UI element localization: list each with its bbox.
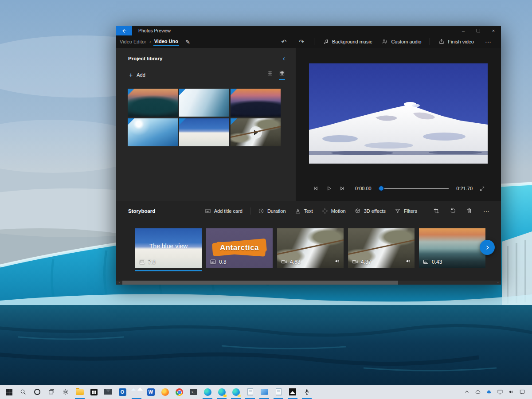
add-title-card-button[interactable]: Add title card	[201, 206, 246, 216]
clip-waterfall-1[interactable]: 4.63	[277, 228, 344, 268]
scroll-left-arrow[interactable]: ‹	[116, 281, 122, 285]
small-grid-view-button[interactable]	[279, 70, 285, 80]
background-music-button[interactable]: Background music	[319, 37, 376, 47]
redo-button[interactable]: ↷	[293, 36, 309, 47]
back-button[interactable]	[116, 26, 132, 35]
back-arrow-icon	[121, 28, 127, 34]
minimize-icon: –	[462, 28, 465, 33]
large-grid-view-button[interactable]	[267, 70, 273, 80]
text-button[interactable]: Text	[291, 206, 317, 216]
storyboard-scrollbar[interactable]: ‹ ›	[116, 281, 501, 285]
taskbar-file-explorer[interactable]	[73, 385, 87, 399]
close-button[interactable]: ×	[486, 26, 501, 35]
taskbar-cortana-button[interactable]	[30, 385, 44, 399]
taskbar-search-button[interactable]	[16, 385, 30, 399]
3d-effects-button[interactable]: 3D effects	[351, 206, 390, 216]
seek-thumb[interactable]	[378, 185, 384, 192]
video-preview-frame[interactable]	[309, 63, 488, 164]
previous-frame-button[interactable]	[309, 185, 322, 192]
finish-video-button[interactable]: Finish video	[434, 37, 478, 47]
mail-icon	[104, 389, 112, 395]
person-audio-icon	[382, 39, 388, 45]
text-label: Text	[304, 208, 313, 214]
taskbar-voice-recorder[interactable]	[300, 385, 314, 399]
minimize-button[interactable]: –	[456, 26, 471, 35]
rename-project-icon[interactable]: ✎	[185, 39, 190, 45]
more-options-button[interactable]: ···	[480, 36, 497, 47]
filters-button[interactable]: Filters	[391, 206, 421, 216]
taskbar-mail[interactable]	[101, 385, 115, 399]
motion-button[interactable]: Motion	[318, 206, 350, 216]
library-item-blue-iceberg[interactable]	[128, 118, 178, 146]
task-view-icon	[48, 388, 55, 395]
clock-icon	[258, 208, 264, 214]
clip-the-blue-view[interactable]: The blue view 7.0	[135, 228, 202, 268]
added-corner-icon	[128, 118, 134, 125]
added-corner-icon	[231, 118, 237, 125]
seek-slider[interactable]	[378, 185, 449, 192]
photos-app-window: Photos Preview – × Video Editor › Video …	[116, 26, 501, 285]
task-view-button[interactable]	[44, 385, 59, 399]
library-item-iceberg-wall[interactable]	[179, 89, 229, 117]
taskbar-movies-tv[interactable]	[257, 385, 271, 399]
library-item-snowy-mountain[interactable]	[179, 118, 229, 146]
tray-expand-button[interactable]	[461, 385, 472, 399]
taskbar-firefox[interactable]	[158, 385, 172, 399]
play-button[interactable]	[322, 185, 336, 192]
taskbar-word[interactable]: W	[144, 385, 158, 399]
tray-volume[interactable]	[505, 385, 516, 399]
collapse-library-icon[interactable]: ‹	[283, 56, 285, 61]
clip-iceberg-reflection[interactable]: 0.43	[419, 228, 485, 268]
current-time: 0:00.00	[355, 186, 374, 191]
taskbar-settings-button[interactable]	[59, 385, 73, 399]
trash-icon	[466, 207, 473, 214]
taskbar-edge[interactable]	[200, 385, 215, 399]
taskbar-chrome[interactable]	[172, 385, 186, 399]
storyboard-more-button[interactable]: ···	[478, 206, 495, 216]
play-icon	[326, 185, 332, 192]
library-item-iceberg-sunset-purple[interactable]	[231, 89, 281, 117]
scroll-clips-next-button[interactable]	[480, 240, 495, 255]
taskbar-photos-app[interactable]	[129, 385, 144, 399]
undo-button[interactable]: ↶	[276, 36, 292, 47]
duration-button[interactable]: Duration	[254, 206, 290, 216]
next-frame-button[interactable]	[336, 185, 349, 192]
crop-button[interactable]	[429, 206, 444, 217]
rotate-button[interactable]	[445, 206, 461, 217]
delete-button[interactable]	[462, 206, 477, 217]
taskbar-microsoft-store[interactable]	[87, 385, 101, 399]
search-icon	[20, 388, 27, 395]
taskbar-edge-beta[interactable]	[215, 385, 229, 399]
clip-waterfall-2[interactable]: 4.37	[348, 228, 415, 268]
tray-display[interactable]	[494, 385, 505, 399]
scroll-right-arrow[interactable]: ›	[495, 281, 501, 285]
action-center-button[interactable]	[516, 385, 528, 399]
library-item-waterfall-video[interactable]	[231, 118, 281, 146]
clip-duration: 4.37	[361, 259, 371, 265]
breadcrumb-project-name[interactable]: Video Uno	[154, 39, 178, 45]
tray-onedrive-work[interactable]	[483, 385, 494, 399]
taskbar-terminal[interactable]: >_	[186, 385, 200, 399]
custom-audio-label: Custom audio	[391, 39, 421, 44]
storyboard-toolbar: Add title card Duration Text Motion	[201, 206, 495, 217]
taskbar-edge-canary[interactable]	[229, 385, 243, 399]
outlook-icon: O	[119, 388, 126, 396]
scrollbar-track[interactable]	[122, 281, 495, 285]
preview-mountain-frame-art	[309, 63, 488, 164]
fullscreen-button[interactable]	[476, 186, 488, 192]
taskbar-outlook[interactable]: O	[115, 385, 129, 399]
storyboard-section: Storyboard Add title card Duration Text	[116, 201, 501, 281]
breadcrumb-video-editor[interactable]: Video Editor	[120, 39, 146, 44]
scrollbar-thumb[interactable]	[122, 281, 398, 285]
add-media-button[interactable]: + Add	[129, 71, 145, 78]
library-item-iceberg-sunset-teal[interactable]	[128, 89, 178, 117]
clip-antarctica-card[interactable]: Antarctica 0.8	[206, 228, 273, 268]
taskbar-notepad[interactable]	[243, 385, 257, 399]
custom-audio-button[interactable]: Custom audio	[378, 37, 425, 47]
tray-onedrive[interactable]	[472, 385, 483, 399]
taskbar-photos-legacy[interactable]	[286, 385, 300, 399]
maximize-button[interactable]	[471, 26, 486, 35]
divider	[250, 207, 250, 215]
start-button[interactable]	[2, 385, 16, 399]
taskbar-notepad-2[interactable]	[271, 385, 286, 399]
